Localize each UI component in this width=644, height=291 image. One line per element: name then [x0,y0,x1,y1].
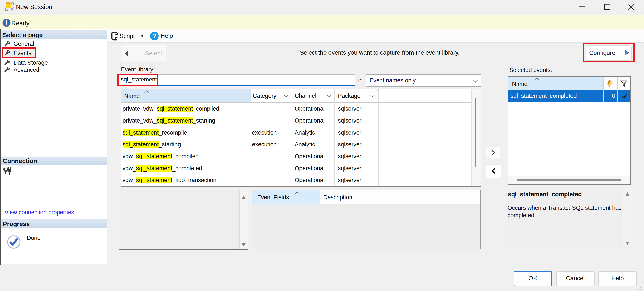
svg-text:?: ? [152,32,156,39]
